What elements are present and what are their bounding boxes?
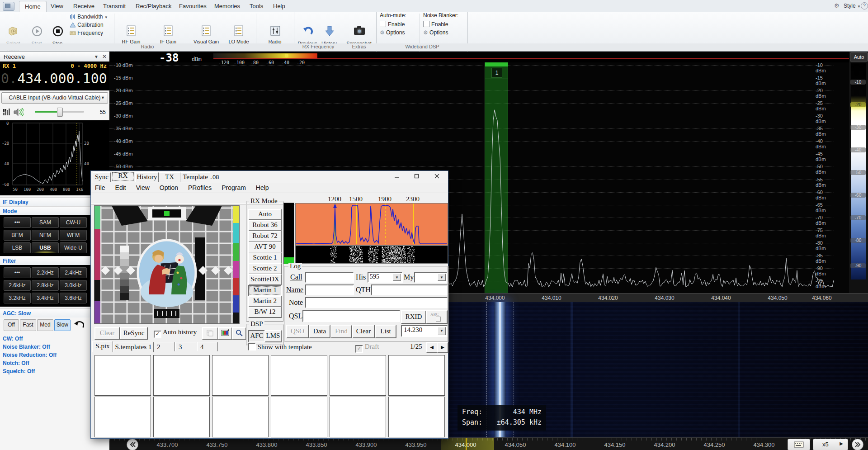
- status-cw[interactable]: CW: Off: [3, 336, 23, 342]
- qso-button[interactable]: QSO: [286, 325, 309, 338]
- page-prev-button[interactable]: ◀: [426, 342, 438, 353]
- frequency-button[interactable]: Frequency: [70, 30, 115, 37]
- tab-spix[interactable]: S.pix: [92, 341, 113, 352]
- style-menu[interactable]: Style ▼: [844, 3, 861, 9]
- rgb-image-button[interactable]: [218, 327, 232, 340]
- mode-cwu-button[interactable]: CW-U: [60, 217, 87, 228]
- zoom-button[interactable]: x5 ▶: [813, 439, 848, 450]
- auto-mute-enable-checkbox[interactable]: Enable: [380, 21, 419, 27]
- menu-edit[interactable]: Edit: [111, 183, 130, 191]
- agc-fast-button[interactable]: Fast: [20, 319, 36, 331]
- filter-32-button[interactable]: 3.2kHz: [4, 293, 31, 303]
- auto-history-checkbox[interactable]: ✓ Auto history: [154, 328, 197, 338]
- clear-button[interactable]: Clear: [352, 325, 375, 338]
- noise-blanker-options-button[interactable]: ⚙ Options: [423, 30, 465, 35]
- thumbnail-slot[interactable]: [94, 355, 151, 396]
- app-menu-button[interactable]: [3, 2, 14, 11]
- qth-input[interactable]: [371, 284, 448, 295]
- status-squelch[interactable]: Squelch: Off: [3, 368, 35, 374]
- filter-34-button[interactable]: 3.4kHz: [32, 293, 59, 303]
- band-combo[interactable]: 14.230 ▼: [401, 325, 448, 337]
- mode-bfm-button[interactable]: BFM: [4, 230, 31, 241]
- tab-stemplates4[interactable]: 4: [197, 342, 218, 351]
- rxmode-scottiedx[interactable]: ScottieDX: [248, 274, 282, 285]
- chevron-down-icon[interactable]: ▼: [393, 274, 401, 281]
- mode-wfm-button[interactable]: WFM: [60, 230, 87, 241]
- chevron-down-icon[interactable]: ▼: [94, 52, 99, 62]
- thumbnail-slot[interactable]: [388, 355, 445, 396]
- minimize-button[interactable]: [387, 171, 406, 183]
- auto-mute-options-button[interactable]: ⚙ Options: [380, 30, 419, 35]
- his-combo[interactable]: 595 ▼: [368, 272, 403, 283]
- data-button[interactable]: Data: [309, 325, 330, 338]
- agc-off-button[interactable]: Off: [4, 319, 19, 331]
- speaker-icon[interactable]: [14, 108, 24, 117]
- mmsstv-tab-template[interactable]: Template: [180, 172, 210, 182]
- filter-24-button[interactable]: 2.4kHz: [60, 267, 87, 278]
- rxmode-martin1[interactable]: Martin 1: [248, 285, 282, 296]
- rxmode-robot36[interactable]: Robot 36: [248, 220, 282, 231]
- noise-blanker-enable-checkbox[interactable]: Enable: [423, 21, 465, 27]
- audio-device-select[interactable]: CABLE Input (VB-Audio Virtual Cable) ▼: [1, 92, 108, 104]
- mode-usb-button[interactable]: USB: [32, 242, 59, 253]
- thumbnail-slot[interactable]: [153, 355, 210, 396]
- tab-stemplates1[interactable]: S.templates 1: [113, 342, 154, 352]
- help-icon[interactable]: ?: [861, 2, 868, 9]
- lms-button[interactable]: LMS: [264, 330, 282, 342]
- rxid-button[interactable]: RXID: [401, 310, 426, 324]
- thumbnail-slot[interactable]: [153, 397, 210, 437]
- calibration-button[interactable]: Calibration: [70, 22, 115, 29]
- palette-auto-button[interactable]: Auto: [850, 52, 868, 62]
- frequency-display[interactable]: RX 1 0 - 4000 Hz 0.434.000.100: [0, 62, 109, 90]
- mode-nfm-button[interactable]: NFM: [32, 230, 59, 241]
- tab-transmit[interactable]: Transmit: [98, 1, 131, 12]
- note-input[interactable]: [305, 297, 448, 308]
- chevron-down-icon[interactable]: ▼: [438, 327, 446, 335]
- mmsstv-tab-history[interactable]: History: [135, 172, 159, 182]
- filter-30-button[interactable]: 3.0kHz: [60, 280, 87, 291]
- keyboard-entry-button[interactable]: [788, 439, 810, 450]
- tab-memories[interactable]: Memories: [209, 1, 245, 12]
- rxmode-martin2[interactable]: Martin 2: [248, 296, 282, 307]
- resync-button[interactable]: ReSync: [120, 327, 148, 340]
- copy-button[interactable]: [202, 327, 218, 340]
- draft-checkbox[interactable]: ✓ Draft: [355, 343, 379, 353]
- mmsstv-tab-tx[interactable]: TX: [159, 172, 180, 182]
- chevron-down-icon[interactable]: ▼: [438, 274, 446, 281]
- thumbnail-slot[interactable]: [330, 355, 386, 396]
- menu-program[interactable]: Program: [217, 183, 250, 191]
- thumbnail-slot[interactable]: [94, 397, 151, 437]
- maximize-button[interactable]: [406, 171, 426, 183]
- bandwidth-menu[interactable]: Bandwidth ▼: [70, 14, 115, 21]
- list-button[interactable]: List: [375, 325, 396, 338]
- menu-help[interactable]: Help: [252, 183, 273, 191]
- close-button[interactable]: [426, 171, 447, 183]
- rxmode-auto[interactable]: Auto: [248, 209, 282, 220]
- tab-tools[interactable]: Tools: [244, 1, 269, 12]
- call-input[interactable]: [305, 272, 354, 283]
- thumbnail-slot[interactable]: [271, 355, 327, 396]
- settings-gear-icon[interactable]: ⚙: [834, 2, 841, 9]
- tab-stemplates2[interactable]: 2: [154, 342, 175, 351]
- abc-checkbox-button[interactable]: ABC: [426, 310, 448, 324]
- rxmode-robot72[interactable]: Robot 72: [248, 231, 282, 242]
- agc-slow-button[interactable]: Slow: [54, 319, 71, 331]
- image-clear-button[interactable]: Clear: [94, 327, 120, 340]
- page-next-button[interactable]: ▶: [437, 342, 448, 353]
- close-icon[interactable]: ✕: [102, 52, 107, 62]
- status-noise-blanker[interactable]: Noise Blanker: Off: [3, 344, 50, 350]
- undo-arrow-icon[interactable]: [73, 320, 84, 329]
- find-button[interactable]: Find: [330, 325, 352, 338]
- tab-stemplates3[interactable]: 3: [175, 342, 196, 351]
- filter-more-button[interactable]: •••: [4, 267, 31, 278]
- mmsstv-tab-rx[interactable]: RX: [111, 171, 135, 182]
- tab-home[interactable]: Home: [19, 1, 47, 12]
- tab-view[interactable]: View: [45, 1, 69, 12]
- rxmode-bw12[interactable]: B/W 12: [248, 307, 282, 318]
- scroll-right-button[interactable]: [852, 439, 863, 450]
- rxmode-avt90[interactable]: AVT 90: [248, 242, 282, 253]
- thumbnail-slot[interactable]: [388, 397, 445, 437]
- afc-button[interactable]: AFC: [248, 330, 265, 342]
- rxmode-scottie2[interactable]: Scottie 2: [248, 263, 282, 275]
- menu-option[interactable]: Option: [156, 183, 182, 191]
